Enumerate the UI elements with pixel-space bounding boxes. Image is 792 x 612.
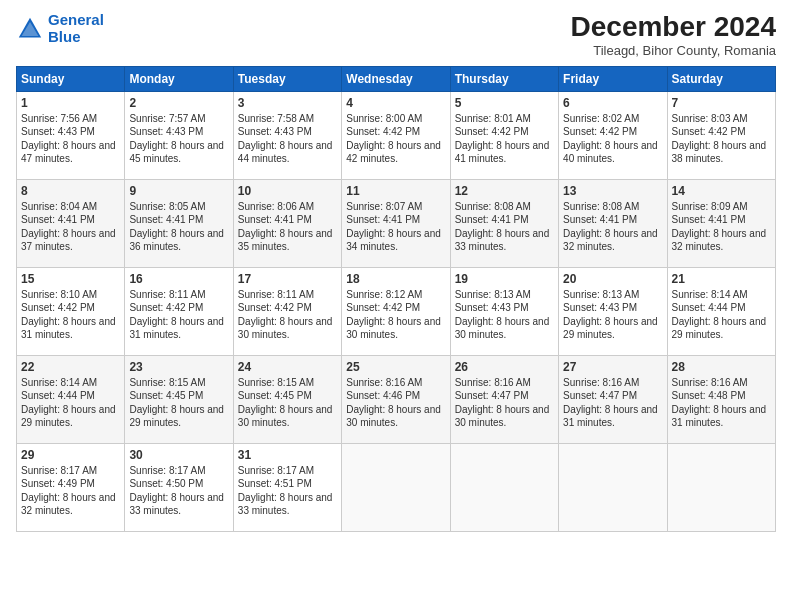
week-row-5: 29Sunrise: 8:17 AMSunset: 4:49 PMDayligh… bbox=[17, 443, 776, 531]
logo: General Blue bbox=[16, 12, 104, 45]
main-title: December 2024 bbox=[571, 12, 776, 43]
day-cell: 21Sunrise: 8:14 AMSunset: 4:44 PMDayligh… bbox=[667, 267, 775, 355]
day-cell: 7Sunrise: 8:03 AMSunset: 4:42 PMDaylight… bbox=[667, 91, 775, 179]
day-cell: 30Sunrise: 8:17 AMSunset: 4:50 PMDayligh… bbox=[125, 443, 233, 531]
day-cell: 31Sunrise: 8:17 AMSunset: 4:51 PMDayligh… bbox=[233, 443, 341, 531]
day-cell: 29Sunrise: 8:17 AMSunset: 4:49 PMDayligh… bbox=[17, 443, 125, 531]
week-row-1: 1Sunrise: 7:56 AMSunset: 4:43 PMDaylight… bbox=[17, 91, 776, 179]
day-cell: 26Sunrise: 8:16 AMSunset: 4:47 PMDayligh… bbox=[450, 355, 558, 443]
day-number: 27 bbox=[563, 359, 662, 375]
day-cell: 4Sunrise: 8:00 AMSunset: 4:42 PMDaylight… bbox=[342, 91, 450, 179]
day-cell: 23Sunrise: 8:15 AMSunset: 4:45 PMDayligh… bbox=[125, 355, 233, 443]
col-header-friday: Friday bbox=[559, 66, 667, 91]
day-number: 19 bbox=[455, 271, 554, 287]
day-cell: 13Sunrise: 8:08 AMSunset: 4:41 PMDayligh… bbox=[559, 179, 667, 267]
day-number: 6 bbox=[563, 95, 662, 111]
day-number: 4 bbox=[346, 95, 445, 111]
day-cell: 14Sunrise: 8:09 AMSunset: 4:41 PMDayligh… bbox=[667, 179, 775, 267]
day-cell: 10Sunrise: 8:06 AMSunset: 4:41 PMDayligh… bbox=[233, 179, 341, 267]
day-number: 30 bbox=[129, 447, 228, 463]
day-cell: 5Sunrise: 8:01 AMSunset: 4:42 PMDaylight… bbox=[450, 91, 558, 179]
day-cell: 22Sunrise: 8:14 AMSunset: 4:44 PMDayligh… bbox=[17, 355, 125, 443]
page: General Blue December 2024 Tileagd, Biho… bbox=[0, 0, 792, 612]
day-number: 29 bbox=[21, 447, 120, 463]
day-cell: 25Sunrise: 8:16 AMSunset: 4:46 PMDayligh… bbox=[342, 355, 450, 443]
day-cell: 20Sunrise: 8:13 AMSunset: 4:43 PMDayligh… bbox=[559, 267, 667, 355]
logo-text: General Blue bbox=[48, 12, 104, 45]
day-number: 20 bbox=[563, 271, 662, 287]
day-number: 22 bbox=[21, 359, 120, 375]
header: General Blue December 2024 Tileagd, Biho… bbox=[16, 12, 776, 58]
day-number: 18 bbox=[346, 271, 445, 287]
day-number: 26 bbox=[455, 359, 554, 375]
day-cell: 24Sunrise: 8:15 AMSunset: 4:45 PMDayligh… bbox=[233, 355, 341, 443]
day-cell bbox=[559, 443, 667, 531]
day-cell: 27Sunrise: 8:16 AMSunset: 4:47 PMDayligh… bbox=[559, 355, 667, 443]
day-cell bbox=[342, 443, 450, 531]
day-cell: 11Sunrise: 8:07 AMSunset: 4:41 PMDayligh… bbox=[342, 179, 450, 267]
day-cell: 6Sunrise: 8:02 AMSunset: 4:42 PMDaylight… bbox=[559, 91, 667, 179]
day-number: 28 bbox=[672, 359, 771, 375]
subtitle: Tileagd, Bihor County, Romania bbox=[571, 43, 776, 58]
day-number: 3 bbox=[238, 95, 337, 111]
day-cell bbox=[450, 443, 558, 531]
day-number: 14 bbox=[672, 183, 771, 199]
logo-line2: Blue bbox=[48, 28, 81, 45]
logo-icon bbox=[16, 15, 44, 43]
day-cell: 28Sunrise: 8:16 AMSunset: 4:48 PMDayligh… bbox=[667, 355, 775, 443]
title-block: December 2024 Tileagd, Bihor County, Rom… bbox=[571, 12, 776, 58]
day-number: 7 bbox=[672, 95, 771, 111]
day-cell bbox=[667, 443, 775, 531]
logo-line1: General bbox=[48, 11, 104, 28]
day-cell: 8Sunrise: 8:04 AMSunset: 4:41 PMDaylight… bbox=[17, 179, 125, 267]
day-cell: 18Sunrise: 8:12 AMSunset: 4:42 PMDayligh… bbox=[342, 267, 450, 355]
day-number: 11 bbox=[346, 183, 445, 199]
day-cell: 9Sunrise: 8:05 AMSunset: 4:41 PMDaylight… bbox=[125, 179, 233, 267]
col-header-tuesday: Tuesday bbox=[233, 66, 341, 91]
col-header-sunday: Sunday bbox=[17, 66, 125, 91]
day-cell: 1Sunrise: 7:56 AMSunset: 4:43 PMDaylight… bbox=[17, 91, 125, 179]
week-row-3: 15Sunrise: 8:10 AMSunset: 4:42 PMDayligh… bbox=[17, 267, 776, 355]
day-cell: 12Sunrise: 8:08 AMSunset: 4:41 PMDayligh… bbox=[450, 179, 558, 267]
calendar-table: SundayMondayTuesdayWednesdayThursdayFrid… bbox=[16, 66, 776, 532]
day-number: 10 bbox=[238, 183, 337, 199]
day-cell: 2Sunrise: 7:57 AMSunset: 4:43 PMDaylight… bbox=[125, 91, 233, 179]
day-number: 2 bbox=[129, 95, 228, 111]
day-number: 23 bbox=[129, 359, 228, 375]
day-cell: 17Sunrise: 8:11 AMSunset: 4:42 PMDayligh… bbox=[233, 267, 341, 355]
day-number: 5 bbox=[455, 95, 554, 111]
col-header-thursday: Thursday bbox=[450, 66, 558, 91]
col-header-monday: Monday bbox=[125, 66, 233, 91]
day-number: 25 bbox=[346, 359, 445, 375]
day-cell: 19Sunrise: 8:13 AMSunset: 4:43 PMDayligh… bbox=[450, 267, 558, 355]
day-number: 21 bbox=[672, 271, 771, 287]
day-number: 8 bbox=[21, 183, 120, 199]
header-row: SundayMondayTuesdayWednesdayThursdayFrid… bbox=[17, 66, 776, 91]
week-row-2: 8Sunrise: 8:04 AMSunset: 4:41 PMDaylight… bbox=[17, 179, 776, 267]
day-number: 31 bbox=[238, 447, 337, 463]
week-row-4: 22Sunrise: 8:14 AMSunset: 4:44 PMDayligh… bbox=[17, 355, 776, 443]
day-number: 12 bbox=[455, 183, 554, 199]
day-cell: 15Sunrise: 8:10 AMSunset: 4:42 PMDayligh… bbox=[17, 267, 125, 355]
day-number: 17 bbox=[238, 271, 337, 287]
day-number: 13 bbox=[563, 183, 662, 199]
day-number: 16 bbox=[129, 271, 228, 287]
col-header-wednesday: Wednesday bbox=[342, 66, 450, 91]
day-number: 24 bbox=[238, 359, 337, 375]
day-number: 15 bbox=[21, 271, 120, 287]
day-cell: 3Sunrise: 7:58 AMSunset: 4:43 PMDaylight… bbox=[233, 91, 341, 179]
col-header-saturday: Saturday bbox=[667, 66, 775, 91]
day-number: 9 bbox=[129, 183, 228, 199]
day-number: 1 bbox=[21, 95, 120, 111]
day-cell: 16Sunrise: 8:11 AMSunset: 4:42 PMDayligh… bbox=[125, 267, 233, 355]
